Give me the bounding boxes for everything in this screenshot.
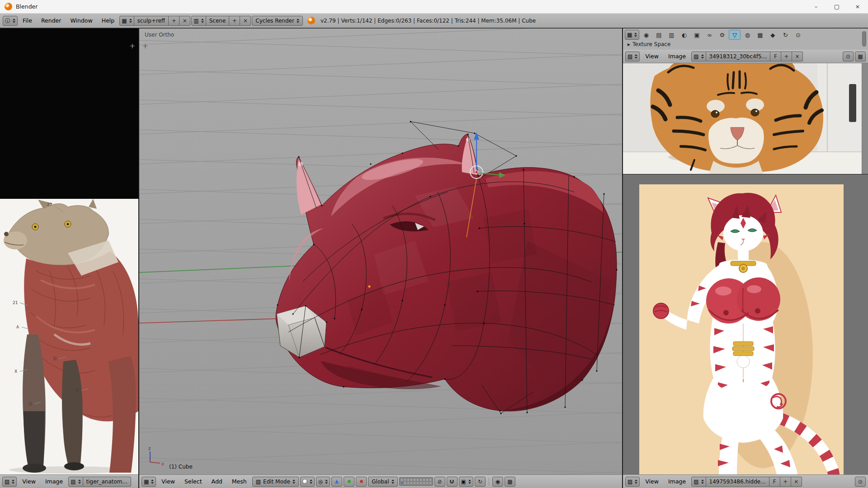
rotate-dot-icon	[348, 480, 351, 483]
image-browse-button[interactable]: ▨	[691, 477, 706, 487]
transform-orientation-selector[interactable]: Global	[368, 477, 397, 487]
menu-window[interactable]: Window	[66, 17, 96, 24]
region-expand-icon[interactable]: +	[129, 42, 135, 50]
props-tab-render[interactable]: ◉	[640, 30, 652, 40]
scene-add-button[interactable]: +	[229, 16, 240, 26]
props-tab-constraints[interactable]: ∞	[703, 30, 715, 40]
image-editor-left-header: ▨ View Image ▨ tiger_anatom...	[0, 474, 138, 488]
render-opengl-anim-button[interactable]: ▦	[505, 477, 515, 487]
menu-file[interactable]: File	[19, 17, 36, 24]
chevron-updown-icon	[201, 19, 204, 23]
window-title: Blender	[16, 3, 38, 10]
panel-label: Texture Space	[632, 41, 670, 47]
image-name-field[interactable]: tiger_anatom...	[83, 477, 131, 487]
image-unlink-button[interactable]: ×	[792, 52, 803, 61]
info-editor-type-button[interactable]: ⓘ	[3, 16, 18, 26]
props-tab-modifiers[interactable]: ⚙	[716, 30, 728, 40]
scene-name[interactable]: Scene	[206, 16, 230, 26]
props-tab-pin[interactable]: ⊙	[792, 30, 804, 40]
viewport-3d: User Ortho + (1) Cube z x	[139, 28, 622, 488]
screen-layout-browse-button[interactable]: ▦	[119, 16, 134, 26]
image-unlink-button[interactable]: ×	[791, 477, 802, 487]
props-tab-world[interactable]: ◐	[678, 30, 690, 40]
image-pin-button[interactable]: ⊙	[855, 477, 866, 487]
menu-add[interactable]: Add	[208, 478, 226, 485]
props-tab-physics[interactable]: ↻	[779, 30, 791, 40]
image-pin-button[interactable]: ⊙	[843, 52, 854, 61]
editor-type-button[interactable]: ▨	[2, 477, 17, 487]
menu-view[interactable]: View	[157, 478, 179, 485]
scene-delete-button[interactable]: ×	[240, 16, 251, 26]
image-name-field[interactable]: 1497593486.hidde...	[706, 477, 769, 487]
image-name-field[interactable]: 34918312_30bc4f5...	[706, 52, 771, 61]
close-button[interactable]: ×	[847, 0, 868, 14]
info-header: ⓘ File Render Window Help ▦ sculp+reff +…	[0, 14, 868, 28]
menu-view[interactable]: View	[641, 53, 663, 60]
editor-type-button[interactable]: ▨	[625, 477, 640, 487]
editor-type-button[interactable]: ▦	[625, 30, 639, 40]
manipulator-scale-button[interactable]	[356, 477, 367, 487]
layers-widget[interactable]	[399, 477, 433, 486]
translate-arrow-icon	[335, 479, 339, 483]
proportional-edit-button[interactable]: ↻	[475, 477, 486, 487]
lock-to-scene-button[interactable]: ⊘	[434, 477, 445, 487]
chevron-updown-icon	[129, 19, 132, 23]
character-art-image[interactable]	[623, 174, 868, 475]
menu-help[interactable]: Help	[98, 17, 119, 24]
scale-dot-icon	[360, 480, 363, 483]
props-tab-object[interactable]: ▣	[691, 30, 703, 40]
editor-type-button[interactable]: ▨	[625, 52, 640, 61]
editor-type-button[interactable]: ▦	[142, 477, 156, 487]
menu-select[interactable]: Select	[180, 478, 206, 485]
pivot-selector[interactable]: ◎	[316, 477, 330, 487]
screen-layout-delete-button[interactable]: ×	[179, 16, 190, 26]
image-editor-top: ▨ View Image ▨ 34918312_30bc4f5... F + ×…	[623, 50, 868, 174]
image-browse-button[interactable]: ▨	[68, 477, 83, 487]
image-add-button[interactable]: +	[780, 477, 791, 487]
render-opengl-button[interactable]: ◉	[492, 477, 503, 487]
tiger-photo-image[interactable]	[623, 63, 868, 174]
fake-user-button[interactable]: F	[769, 477, 780, 487]
chevron-updown-icon	[292, 479, 295, 484]
menu-mesh[interactable]: Mesh	[228, 478, 251, 485]
menu-view[interactable]: View	[18, 478, 40, 485]
manipulator-translate-button[interactable]	[331, 477, 342, 487]
menu-render[interactable]: Render	[37, 17, 66, 24]
minimize-button[interactable]: –	[806, 0, 826, 14]
image-options-button[interactable]: ▦	[855, 52, 866, 61]
menu-image[interactable]: Image	[41, 478, 67, 485]
props-tab-render-layers[interactable]: ▤	[653, 30, 665, 40]
snap-element-selector[interactable]: ▣	[459, 477, 473, 487]
props-tab-particles[interactable]: ◆	[767, 30, 778, 40]
props-tab-scene[interactable]: ▥	[665, 30, 677, 40]
shading-sphere-icon	[302, 479, 307, 484]
orientation-label: Global	[372, 479, 389, 485]
menu-image[interactable]: Image	[664, 478, 690, 485]
image-add-button[interactable]: +	[781, 52, 792, 61]
properties-editor-icon: ▦	[627, 32, 632, 38]
maximize-button[interactable]: ▢	[826, 0, 847, 14]
viewport-canvas[interactable]	[139, 28, 622, 474]
props-tab-material[interactable]: ◍	[741, 30, 753, 40]
render-engine-selector[interactable]: Cycles Render	[252, 16, 303, 26]
scene-browse-button[interactable]: ▥	[191, 16, 206, 26]
viewport-shading-selector[interactable]	[300, 477, 315, 487]
props-tab-object-data[interactable]: ▽	[729, 30, 741, 40]
image-editor-bottom: ▨ View Image ▨ 1497593486.hidde... F + ×…	[623, 174, 868, 488]
menu-image[interactable]: Image	[664, 53, 690, 60]
texture-space-panel-header[interactable]: ▸ Texture Space	[623, 41, 868, 47]
image-browse-button[interactable]: ▨	[691, 52, 706, 61]
toolbar-expand-icon[interactable]: +	[142, 42, 148, 50]
anatomy-reference-image[interactable]: 27 21 A D X G H	[0, 199, 138, 474]
image-editor-bottom-header: ▨ View Image ▨ 1497593486.hidde... F + ×…	[623, 474, 868, 488]
screen-layout-name[interactable]: sculp+reff	[134, 16, 169, 26]
props-tab-texture[interactable]: ▩	[754, 30, 766, 40]
manipulator-rotate-button[interactable]	[344, 477, 354, 487]
snap-toggle-button[interactable]	[447, 477, 458, 487]
mode-selector[interactable]: ▧ Edit Mode	[252, 477, 299, 487]
fake-user-button[interactable]: F	[770, 52, 781, 61]
screen-layout-add-button[interactable]: +	[169, 16, 179, 26]
selected-vertex[interactable]	[368, 286, 371, 288]
properties-scrollbar[interactable]	[862, 31, 866, 47]
menu-view[interactable]: View	[641, 478, 663, 485]
